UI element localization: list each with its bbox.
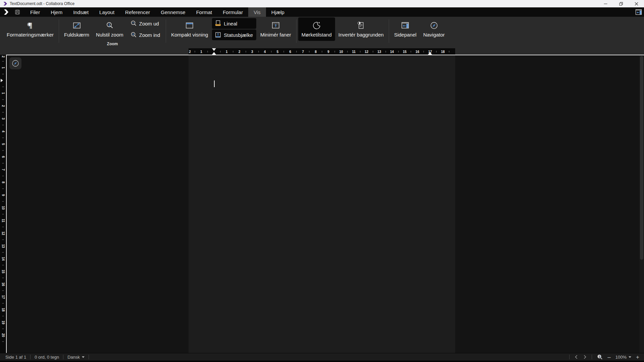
ruler-number: 14	[1, 257, 5, 260]
next-page-button[interactable]	[583, 355, 587, 359]
ruler-number: 17	[428, 50, 432, 53]
language-label: Dansk	[67, 355, 80, 360]
previous-page-button[interactable]	[574, 355, 578, 359]
horizontal-ruler: 21123456789101112131415161718	[189, 48, 455, 55]
button-label: Zoom ind	[139, 32, 160, 38]
ruler-number: 1	[200, 50, 202, 53]
zoom-level-label: 100%	[615, 355, 627, 360]
ruler-number: 6	[289, 50, 291, 53]
zoom-out-icon	[130, 20, 137, 27]
menu-item-hjælp[interactable]: Hjælp	[266, 7, 290, 17]
button-label: Nulstil zoom	[96, 32, 123, 37]
minimize-button[interactable]	[598, 0, 613, 7]
menu-item-format[interactable]: Format	[191, 7, 218, 17]
minimize-tabs-button[interactable]: Minimér faner	[257, 17, 294, 41]
ruler-tick	[2, 227, 4, 227]
ruler-tick	[284, 51, 284, 52]
ruler-number: 18	[441, 50, 445, 53]
zoom-in-control[interactable]: +	[636, 354, 639, 360]
svg-text:¶: ¶	[28, 21, 33, 30]
scrollbar-thumb[interactable]	[640, 56, 643, 260]
ruler-number: 10	[339, 50, 343, 53]
ruler-tick	[297, 51, 297, 52]
navigator-floating-button[interactable]	[9, 57, 21, 69]
ribbon-separator	[166, 19, 166, 43]
menu-item-filer[interactable]: Filer	[25, 7, 45, 17]
document-page[interactable]	[189, 55, 455, 353]
page-status[interactable]: Side 1 af 1	[5, 355, 26, 360]
ruler-number: 17	[1, 295, 5, 299]
zoom-out-button[interactable]: Zoom ud	[127, 18, 164, 29]
button-label: Navigator	[423, 32, 445, 37]
sidebar-button[interactable]: Sidepanel	[391, 17, 420, 41]
navigator-button[interactable]: Navigator	[420, 17, 448, 41]
language-selector[interactable]: Dansk	[67, 355, 85, 360]
menu-item-indsæt[interactable]: Indsæt	[68, 7, 94, 17]
status-separator	[592, 355, 592, 359]
status-separator	[569, 355, 570, 359]
zoom-in-icon	[130, 32, 137, 38]
zoom-level-selector[interactable]: 100%	[615, 355, 631, 360]
zoom-in-label: +	[636, 354, 639, 360]
ribbon-group-panels: Sidepanel Navigator	[391, 17, 448, 48]
ruler-number: 19	[1, 320, 5, 324]
ruler-toggle-button[interactable]: Lineal	[212, 18, 256, 29]
button-label: Kompakt visning	[171, 32, 208, 37]
ruler-tick	[2, 265, 4, 265]
notebookbar-toggle-button[interactable]	[635, 7, 642, 17]
menu-item-hjem[interactable]: Hjem	[45, 7, 68, 17]
indent-marker[interactable]	[212, 48, 216, 55]
sidebar-toggle-icon	[635, 8, 642, 16]
zoom-reset-button[interactable]: 1	[597, 354, 603, 360]
svg-text:1: 1	[108, 23, 110, 27]
ruler-tick	[246, 51, 246, 52]
ribbon-group-formatting: ¶ Formateringsmærker	[3, 17, 57, 48]
ruler-number: 8	[315, 50, 317, 53]
close-button[interactable]	[629, 0, 644, 7]
word-count[interactable]: 0 ord, 0 tegn	[35, 355, 59, 360]
top-margin-marker[interactable]	[1, 79, 3, 82]
app-menu-button[interactable]	[0, 7, 12, 17]
menu-item-vis[interactable]: Vis	[248, 7, 266, 17]
ribbon-separator	[296, 19, 297, 43]
save-button[interactable]	[12, 7, 23, 17]
navigator-float-icon	[11, 59, 19, 67]
ruler-tick	[220, 51, 220, 52]
button-label: Statusbjælke	[224, 32, 253, 38]
ruler-tick	[2, 329, 4, 329]
ruler-number: 20	[1, 333, 5, 337]
ruler-number: 2	[1, 105, 5, 107]
menu-item-formular[interactable]: Formular	[217, 7, 248, 17]
invert-background-button[interactable]: Invertér baggrunden	[335, 17, 387, 41]
zoom-in-button[interactable]: Zoom ind	[127, 29, 164, 40]
ruler-tick	[2, 138, 4, 138]
menu-item-gennemse[interactable]: Gennemse	[155, 7, 191, 17]
vertical-scrollbar[interactable]	[639, 55, 644, 353]
dark-mode-button[interactable]: Mørketilstand	[298, 17, 335, 41]
ruler-tick	[208, 51, 208, 52]
ruler-tick	[2, 74, 4, 74]
restore-button[interactable]	[613, 0, 629, 7]
menu-items: FilerHjemIndsætLayoutReferencerGennemseF…	[25, 7, 290, 17]
menu-item-referencer[interactable]: Referencer	[120, 7, 155, 17]
ruler-number: 18	[1, 308, 5, 311]
status-separator	[89, 355, 89, 359]
status-bar: Side 1 af 1 0 ord, 0 tegn Dansk 1 –	[0, 353, 644, 361]
reset-zoom-button[interactable]: 1 Nulstil zoom	[93, 17, 127, 41]
status-bar-toggle-button[interactable]: Statusbjælke	[212, 29, 256, 40]
fullscreen-button[interactable]: Fuldskærm	[61, 17, 93, 41]
compact-view-button[interactable]: Kompakt visning	[168, 17, 211, 41]
ruler-tick	[2, 163, 4, 164]
ruler-tick	[309, 51, 310, 52]
vertical-ruler: 211234567891011121314151617181920	[0, 55, 6, 353]
formatting-marks-button[interactable]: ¶ Formateringsmærker	[3, 17, 57, 41]
svg-text:1: 1	[599, 355, 601, 358]
zoom-out-control[interactable]: –	[607, 354, 610, 360]
ribbon-toolbar: ¶ Formateringsmærker Fuldskærm 1 Nulstil…	[0, 17, 644, 48]
status-bar-icon	[215, 32, 221, 38]
dark-mode-icon	[312, 21, 321, 30]
menu-item-layout[interactable]: Layout	[94, 7, 120, 17]
button-label: Sidepanel	[394, 32, 417, 37]
zoom-reset-icon: 1	[105, 21, 114, 30]
ruler-number: 3	[251, 50, 253, 53]
